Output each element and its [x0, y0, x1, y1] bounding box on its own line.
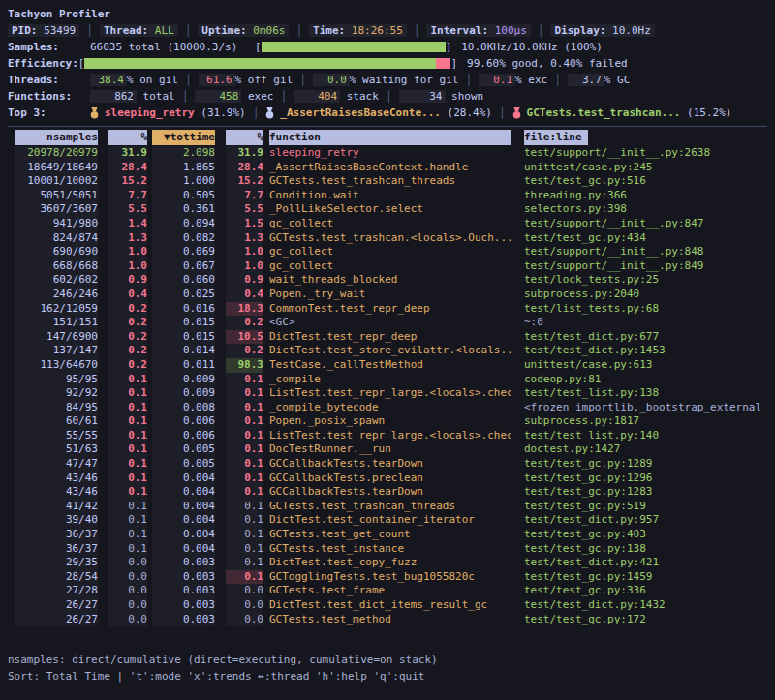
top3-label: Top 3:: [8, 107, 90, 119]
function-cell: GCTests.test_frame: [269, 584, 512, 598]
fileline-cell: test/test_gc.py:1459: [524, 570, 767, 585]
efficiency-label: Efficiency:: [8, 57, 78, 70]
separator: │: [246, 107, 266, 119]
tottime-cell: 0.004: [152, 485, 215, 500]
col-gap: [98, 373, 108, 387]
efficiency-text: 99.60% good, 0.40% failed: [467, 57, 628, 70]
col-gap: [215, 202, 226, 217]
nsamples-cell: 668/668: [16, 259, 98, 274]
profiler-screen: Tachyon Profiler PID: 53499│Thread: ALL│…: [0, 0, 775, 685]
col-header-%[interactable]: %: [108, 130, 147, 145]
col-gap: [215, 513, 226, 528]
pct-direct-cell: 1.0: [108, 259, 147, 274]
col-gap: [98, 457, 108, 472]
col-gap: [215, 217, 226, 231]
nsamples-cell: 55/55: [16, 429, 98, 443]
pct-cumulative-cell: 0.1: [226, 442, 264, 457]
divider: [8, 126, 767, 127]
table-row: 5051/50517.70.5057.7Condition.waitthread…: [8, 189, 767, 203]
col-gap: [512, 613, 524, 627]
col-gap: [512, 401, 524, 415]
tottime-cell: 0.006: [152, 429, 215, 443]
col-header-tottime[interactable]: ▼tottime: [152, 130, 215, 145]
pct-direct-cell: 0.0: [108, 556, 147, 570]
col-gap: [512, 542, 524, 557]
tottime-cell: 0.025: [152, 288, 215, 302]
col-gap: [512, 373, 524, 387]
pct-cumulative-cell: 0.2: [226, 344, 264, 358]
top3-function-name: GCTests.test_trashcan...: [527, 107, 681, 119]
fileline-cell: subprocess.py:1817: [524, 414, 767, 429]
col-gap: [215, 130, 226, 145]
col-gap: [512, 273, 524, 288]
fileline-cell: test/test_dict.py:1453: [524, 344, 767, 358]
efficiency-good-segment: [84, 58, 436, 69]
tottime-cell: 0.003: [152, 598, 215, 613]
fileline-cell: test/test_dict.py:421: [524, 556, 767, 570]
col-header-file-line[interactable]: file:line: [524, 130, 588, 145]
table-row: 47/470.10.0050.1GCCallbackTests.tearDown…: [8, 457, 767, 472]
tottime-cell: 0.009: [152, 386, 215, 401]
col-gap: [98, 613, 108, 627]
efficiency-failed-segment: [436, 58, 450, 69]
pct-cumulative-cell: 0.1: [226, 500, 264, 514]
pct-direct-cell: 1.0: [108, 245, 147, 259]
col-header-nsamples[interactable]: nsamples: [16, 130, 98, 145]
table-row: 137/1470.20.0140.2DictTest.test_store_ev…: [8, 344, 767, 358]
pct-cumulative-cell: 0.4: [226, 288, 264, 302]
samples-rate-text: 10.0KHz/10.0KHz (100%): [461, 41, 603, 53]
nsamples-cell: 27/28: [16, 584, 98, 598]
separator: │: [407, 24, 427, 37]
top3-percent: (31.9%): [195, 107, 246, 119]
col-gap: [512, 386, 524, 401]
nsamples-cell: 162/12059: [16, 302, 98, 317]
col-header-function[interactable]: function: [269, 130, 512, 145]
thread-stat-suffix: % exc: [515, 74, 547, 86]
col-gap: [98, 344, 108, 358]
pct-cumulative-cell: 0.0: [226, 584, 264, 598]
col-gap: [215, 598, 226, 613]
tottime-cell: 0.094: [152, 217, 215, 231]
col-gap: [215, 245, 226, 259]
samples-row: Samples: 66035 total (10000.3/s) [ ] 10.…: [8, 39, 767, 55]
col-gap: [215, 358, 226, 373]
pct-direct-cell: 0.9: [108, 273, 147, 288]
pct-direct-cell: 0.0: [108, 598, 147, 613]
table-row: 29/350.00.0030.1DictTest.test_copy_fuzzt…: [8, 556, 767, 570]
col-gap: [215, 288, 226, 302]
pct-direct-cell: 0.0: [108, 613, 147, 627]
pct-cumulative-cell: 10.5: [226, 330, 264, 345]
function-cell: GCCallbackTests.tearDown: [269, 485, 512, 500]
col-gap: [512, 316, 524, 330]
pct-cumulative-cell: 0.1: [226, 429, 264, 443]
function-cell: _AssertRaisesBaseContext.handle: [269, 161, 512, 175]
col-header-%[interactable]: %: [226, 130, 264, 145]
functions-row: Functions:862 total│458 exec│404 stack│3…: [8, 88, 767, 105]
col-gap: [512, 584, 524, 598]
tottime-cell: 0.004: [152, 542, 215, 557]
fileline-cell: unittest/case.py:245: [524, 161, 767, 175]
function-cell: wait_threads_blocked: [269, 273, 512, 288]
col-gap: [98, 259, 108, 274]
nsamples-cell: 690/690: [16, 245, 98, 259]
col-gap: [215, 231, 226, 246]
pct-direct-cell: 0.1: [108, 373, 147, 387]
table-row: 36/370.10.0040.1GCTests.test_get_countte…: [8, 528, 767, 542]
col-gap: [98, 189, 108, 203]
pct-direct-cell: 0.1: [108, 528, 147, 542]
nsamples-cell: 84/95: [16, 401, 98, 415]
function-cell: GCCallbackTests.tearDown: [269, 457, 512, 472]
separator: │: [79, 24, 100, 37]
col-gap: [512, 130, 524, 145]
pct-cumulative-cell: 0.1: [226, 401, 264, 415]
tottime-cell: 1.865: [152, 161, 215, 175]
fileline-cell: test/test_gc.py:516: [524, 174, 767, 189]
pct-cumulative-cell: 0.1: [226, 472, 264, 486]
function-cell: GCTests.test_trashcan.<locals>.Ouch....: [269, 231, 512, 246]
tottime-cell: 0.005: [152, 442, 215, 457]
nsamples-cell: 41/42: [16, 500, 98, 514]
col-gap: [512, 245, 524, 259]
function-cell: sleeping_retry: [269, 146, 512, 161]
tottime-cell: 0.003: [152, 556, 215, 570]
top3-function-name: sleeping_retry: [105, 107, 195, 119]
